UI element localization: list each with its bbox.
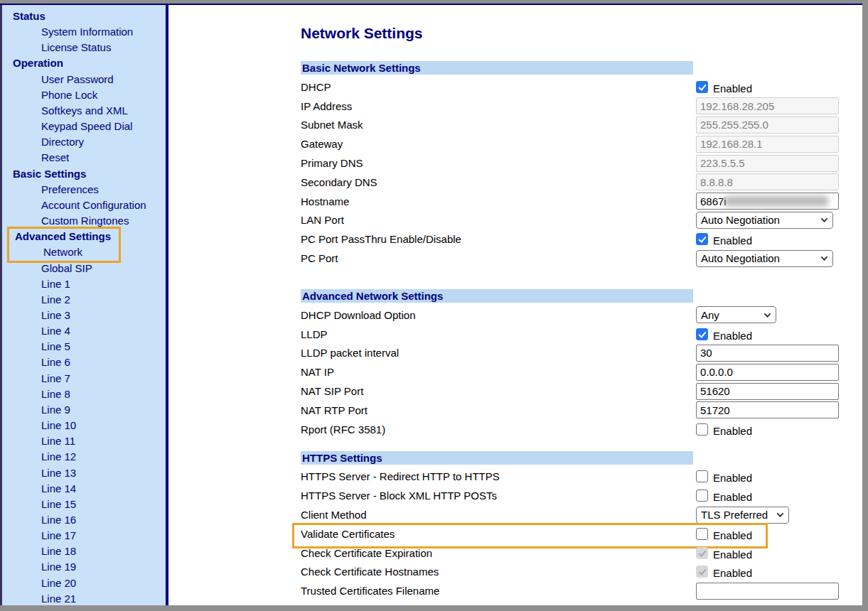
input-wrap-nat-sip-port: [696, 383, 839, 400]
setting-row-pc-port-passthru-enable-disable: PC Port PassThru Enable/DisableEnabled: [301, 229, 862, 249]
input-nat-ip[interactable]: [696, 364, 839, 381]
checkbox-rport-rfc-3581[interactable]: [696, 423, 708, 436]
sidebar-item-preferences[interactable]: Preferences: [2, 182, 166, 198]
sidebar-item-line-7[interactable]: Line 7: [2, 371, 166, 386]
sidebar-item-line-15[interactable]: Line 15: [2, 497, 166, 512]
sidebar-item-line-11[interactable]: Line 11: [2, 433, 166, 449]
input-nat-sip-port[interactable]: [696, 383, 839, 400]
setting-label-validate-certificates: Validate Certificates: [301, 528, 696, 540]
sidebar-item-line-12[interactable]: Line 12: [2, 449, 166, 465]
sidebar-item-line-1[interactable]: Line 1: [2, 276, 166, 292]
setting-label-rport-rfc-3581: Rport (RFC 3581): [301, 423, 696, 436]
sidebar-item-line-17[interactable]: Line 17: [2, 528, 166, 544]
setting-row-gateway: Gateway: [301, 134, 862, 153]
setting-row-lldp-packet-interval: LLDP packet interval: [301, 344, 862, 363]
sidebar-item-phone-lock[interactable]: Phone Lock: [2, 87, 166, 103]
setting-row-https-server-block-xml-http-posts: HTTPS Server - Block XML HTTP POSTsEnabl…: [301, 486, 862, 505]
setting-label-lldp: LLDP: [301, 328, 696, 340]
setting-label-dhcp: DHCP: [301, 81, 696, 93]
setting-label-lldp-packet-interval: LLDP packet interval: [301, 347, 696, 359]
setting-label-subnet-mask: Subnet Mask: [301, 119, 696, 131]
checkbox-dhcp[interactable]: [696, 81, 708, 93]
sidebar-item-system-information[interactable]: System Information: [2, 24, 166, 40]
setting-row-trusted-certificates-filename: Trusted Certificates Filename: [301, 581, 862, 600]
setting-control-lldp-packet-interval: [696, 345, 862, 362]
sidebar-item-line-18[interactable]: Line 18: [2, 544, 166, 559]
setting-row-lan-port: LAN PortAuto Negotiation: [301, 211, 862, 230]
checkbox-https-server-redirect-http-to-https[interactable]: [696, 470, 708, 482]
sidebar-highlight-box: Advanced SettingsNetwork: [7, 227, 121, 262]
checkbox-check-certificate-hostnames: [696, 566, 708, 578]
sidebar-item-account-configuration[interactable]: Account Configuration: [2, 198, 166, 213]
page-title: Network Settings: [301, 25, 862, 42]
sidebar-item-softkeys-and-xml[interactable]: Softkeys and XML: [2, 103, 166, 119]
sidebar-item-line-6[interactable]: Line 6: [2, 355, 166, 370]
select-value-dhcp-download-option: Any: [701, 309, 719, 321]
sidebar-item-line-21[interactable]: Line 21: [2, 591, 166, 605]
sidebar-item-line-14[interactable]: Line 14: [2, 481, 166, 497]
sidebar-item-line-4[interactable]: Line 4: [2, 323, 166, 339]
input-nat-rtp-port[interactable]: [696, 401, 839, 418]
input-subnet-mask: [696, 117, 839, 134]
sidebar-item-line-10[interactable]: Line 10: [2, 418, 166, 433]
checkbox-label-check-certificate-expiration: Enabled: [713, 548, 752, 561]
sidebar-item-keypad-speed-dial[interactable]: Keypad Speed Dial: [2, 119, 166, 134]
main-content: Network Settings Basic Network SettingsD…: [168, 5, 862, 605]
chevron-down-icon: [777, 510, 784, 517]
select-value-pc-port: Auto Negotiation: [701, 252, 780, 264]
input-hostname[interactable]: [696, 193, 839, 210]
select-lan-port[interactable]: Auto Negotiation: [696, 212, 833, 229]
sidebar-nav: StatusSystem InformationLicense StatusOp…: [2, 5, 166, 605]
window-frame-bottom: [0, 605, 868, 611]
sidebar-item-line-19[interactable]: Line 19: [2, 559, 166, 575]
setting-control-dhcp: Enabled: [696, 81, 862, 93]
input-lldp-packet-interval[interactable]: [696, 345, 839, 362]
sidebar-item-line-13[interactable]: Line 13: [2, 465, 166, 481]
input-trusted-certificates-filename[interactable]: [696, 583, 839, 600]
setting-control-nat-ip: [696, 364, 862, 381]
setting-label-https-server-block-xml-http-posts: HTTPS Server - Block XML HTTP POSTs: [301, 490, 696, 502]
setting-label-ip-address: IP Address: [301, 100, 696, 112]
setting-row-nat-rtp-port: NAT RTP Port: [301, 401, 862, 420]
input-wrap-lldp-packet-interval: [696, 345, 839, 362]
sidebar-item-line-2[interactable]: Line 2: [2, 292, 166, 308]
setting-control-primary-dns: [696, 155, 862, 172]
checkbox-validate-certificates[interactable]: [696, 528, 708, 540]
sidebar-section-basic-settings: Basic Settings: [2, 166, 166, 182]
setting-row-check-certificate-expiration: Check Certificate ExpirationEnabled: [301, 544, 862, 563]
input-gateway: [696, 136, 839, 153]
sidebar-item-reset[interactable]: Reset: [2, 150, 166, 166]
sidebar-item-line-20[interactable]: Line 20: [2, 575, 166, 591]
select-pc-port[interactable]: Auto Negotiation: [696, 250, 833, 267]
sidebar-item-network[interactable]: Network: [9, 244, 119, 260]
select-dhcp-download-option[interactable]: Any: [696, 306, 776, 323]
sidebar-item-license-status[interactable]: License Status: [2, 40, 166, 55]
checkbox-pc-port-passthru-enable-disable[interactable]: [696, 233, 708, 245]
input-wrap-ip-address: [696, 97, 839, 114]
checkbox-https-server-block-xml-http-posts[interactable]: [696, 490, 708, 502]
setting-control-nat-sip-port: [696, 383, 862, 400]
setting-row-nat-ip: NAT IP: [301, 362, 862, 382]
sidebar-item-directory[interactable]: Directory: [2, 134, 166, 150]
select-client-method[interactable]: TLS Preferred: [696, 507, 789, 524]
sidebar-section-advanced-settings: Advanced Settings: [9, 229, 119, 244]
layout: StatusSystem InformationLicense StatusOp…: [2, 5, 862, 605]
input-primary-dns: [696, 155, 839, 172]
sidebar-item-line-9[interactable]: Line 9: [2, 402, 166, 418]
sidebar-item-line-3[interactable]: Line 3: [2, 308, 166, 323]
sidebar-item-line-8[interactable]: Line 8: [2, 386, 166, 402]
setting-row-primary-dns: Primary DNS: [301, 153, 862, 173]
sidebar-item-line-16[interactable]: Line 16: [2, 512, 166, 528]
sidebar-section-status: Status: [2, 9, 166, 24]
sidebar-item-user-password[interactable]: User Password: [2, 72, 166, 87]
setting-control-hostname: [696, 193, 862, 210]
setting-control-pc-port: Auto Negotiation: [696, 250, 862, 267]
checkbox-lldp[interactable]: [696, 328, 708, 340]
checkbox-label-lldp: Enabled: [713, 330, 752, 342]
setting-label-gateway: Gateway: [301, 138, 696, 150]
setting-label-pc-port-passthru-enable-disable: PC Port PassThru Enable/Disable: [301, 233, 696, 245]
sidebar-item-global-sip[interactable]: Global SIP: [2, 261, 166, 276]
section-basic-network-settings: Basic Network SettingsDHCPEnabledIP Addr…: [301, 61, 862, 268]
input-wrap-secondary-dns: [696, 173, 839, 190]
sidebar-item-line-5[interactable]: Line 5: [2, 339, 166, 355]
